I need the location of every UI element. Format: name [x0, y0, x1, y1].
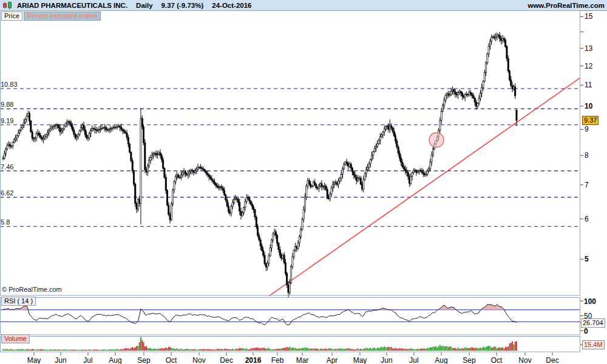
price-axis-label: 12: [585, 62, 593, 70]
month-label: Jun: [55, 356, 66, 364]
month-label: Dec: [546, 356, 558, 364]
level-label: 9.19: [1, 117, 13, 124]
month-label: Jun: [381, 356, 392, 364]
month-label: Aug: [435, 356, 447, 364]
month-label: Apr: [327, 356, 338, 364]
rsi-current-badge: 26.704: [581, 318, 605, 328]
month-label: Aug: [109, 356, 121, 364]
price-axis-label: 5: [585, 255, 589, 263]
tab-recent-executed-orders[interactable]: Recent executed orders: [24, 12, 101, 21]
level-label: 5.8: [1, 218, 10, 226]
price-plot-area[interactable]: [0, 10, 580, 295]
rsi-axis-100: 100: [584, 297, 596, 306]
month-label: Nov: [192, 356, 205, 364]
rsi-axis-0: 0: [584, 327, 588, 335]
price-axis-label: 13: [585, 44, 593, 53]
price-axis-label: 10: [585, 102, 593, 110]
chart-canvas: 10.839.889.197.466.625.8151312111098765M…: [0, 0, 607, 364]
month-label: Oct: [166, 356, 177, 364]
month-label: Feb: [271, 356, 284, 364]
price-axis-label: 11: [585, 81, 592, 89]
time-axis: MayJunJulAugSepOctNovDec2016FebMarAprMay…: [27, 352, 559, 364]
prorealtime-window: { "header": { "instrument": "ARIAD PHARM…: [0, 0, 607, 364]
tab-volume-indicator[interactable]: Volume: [1, 334, 30, 343]
month-label: Jul: [409, 356, 418, 364]
level-label: 9.88: [1, 101, 13, 108]
month-label: Jul: [83, 356, 92, 364]
volume-current-badge: 15.4M: [582, 340, 605, 349]
watermark: © ProRealTime.com: [2, 286, 62, 293]
price-axis: 151312111098765: [580, 12, 593, 345]
tab-rsi-indicator[interactable]: RSI ( 14 ): [1, 297, 36, 306]
price-axis-label: 15: [585, 12, 593, 21]
month-label: Sep: [463, 356, 476, 364]
month-label: Mar: [296, 356, 309, 364]
month-label: Oct: [491, 356, 503, 364]
level-label: 6.62: [1, 189, 13, 197]
current-price-badge: 9.37: [582, 116, 599, 125]
month-label: 2016: [245, 356, 262, 364]
tab-price[interactable]: Price: [1, 12, 22, 21]
month-label: Sep: [137, 356, 151, 364]
price-axis-label: 7: [585, 181, 589, 189]
price-axis-label: 6: [585, 215, 589, 223]
month-label: Dec: [220, 356, 232, 364]
level-label: 7.46: [1, 163, 13, 170]
month-label: Nov: [518, 356, 531, 364]
month-label: May: [27, 356, 41, 364]
price-axis-label: 8: [585, 151, 589, 160]
level-label: 10.83: [1, 81, 18, 88]
month-label: May: [353, 356, 367, 364]
price-axis-label: 9: [585, 125, 589, 133]
rsi-plot-area[interactable]: [0, 297, 580, 335]
circle-annotation[interactable]: [429, 133, 444, 147]
